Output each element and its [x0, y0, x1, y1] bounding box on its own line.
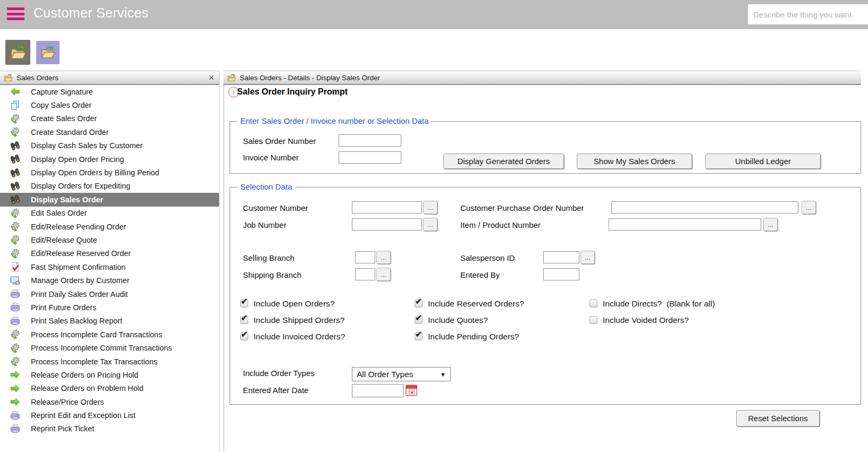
invoice-number-input[interactable]	[339, 151, 401, 164]
sidebar-item[interactable]: Copy Sales Order	[0, 98, 219, 112]
selling-branch-input[interactable]	[355, 251, 375, 263]
sidebar-item-label: Edit Sales Order	[31, 209, 87, 217]
customer-number-lookup-button[interactable]: ...	[423, 201, 437, 214]
printer-icon	[10, 423, 21, 434]
checkbox-column-2: Include Reserved Orders?Include Quotes?I…	[415, 299, 524, 348]
sidebar-item[interactable]: Fast Shipment Confirmation	[0, 260, 219, 274]
display-generated-orders-button[interactable]: Display Generated Orders	[443, 153, 564, 169]
salesperson-id-lookup-button[interactable]: ...	[580, 251, 595, 264]
sidebar-item[interactable]: Create Standard Order	[0, 125, 219, 139]
close-icon[interactable]: ×	[208, 73, 215, 82]
hamburger-menu-icon[interactable]	[7, 7, 24, 22]
job-number-lookup-button[interactable]: ...	[423, 218, 437, 231]
salesperson-id-input[interactable]	[543, 251, 579, 263]
top-app-bar: Customer Services	[0, 0, 868, 29]
selling-branch-lookup-button[interactable]: ...	[376, 251, 391, 264]
sidebar-item-label: Display Open Orders by Billing Period	[31, 168, 159, 177]
selection-data-legend: Selection Data	[238, 182, 295, 191]
checkbox[interactable]	[240, 332, 248, 340]
checkbox-label: Include Directs? (Blank for all)	[603, 299, 715, 309]
checkbox[interactable]	[240, 316, 248, 324]
sidebar-item[interactable]: Edit/Release Quote	[0, 233, 219, 246]
checkbox[interactable]	[589, 316, 597, 324]
sales-order-number-input[interactable]	[339, 134, 401, 147]
sidebar-item[interactable]: Reprint Pick Ticket	[0, 422, 219, 436]
reset-selections-button[interactable]: Reset Selections	[736, 410, 820, 427]
include-order-types-label: Include Order Types	[243, 369, 315, 378]
sidebar-item[interactable]: Display Cash Sales by Customer	[0, 139, 219, 152]
folder-icon	[4, 73, 13, 82]
checkbox-row: Include Open Orders?	[240, 299, 345, 309]
sidebar-item[interactable]: Edit Sales Order	[0, 207, 219, 220]
sidebar-item[interactable]: Release Orders on Problem Hold	[0, 382, 219, 395]
sidebar-item[interactable]: Display Open Orders by Billing Period	[0, 166, 219, 179]
entered-by-input[interactable]	[543, 268, 579, 280]
customer-po-number-lookup-button[interactable]: ...	[802, 201, 816, 214]
sidebar-item[interactable]: Release/Price Orders	[0, 395, 219, 408]
checkbox[interactable]	[415, 300, 423, 308]
checkbox-row: Include Voided Orders?	[589, 315, 715, 325]
printer-icon	[10, 288, 21, 300]
sidebar-item[interactable]: Process Incomplete Card Transactions	[0, 328, 219, 341]
sidebar-item[interactable]: Display Sales Order	[0, 193, 219, 206]
toolbar-folder-button-active[interactable]	[5, 40, 30, 65]
sidebar-item[interactable]: Print Daily Sales Order Audit	[0, 287, 219, 301]
customer-po-number-input[interactable]	[611, 201, 798, 214]
checkbox-label: Include Invoiced Orders?	[254, 332, 345, 342]
checkbox-row: Include Reserved Orders?	[415, 299, 524, 309]
shipping-branch-input[interactable]	[355, 268, 375, 280]
salesperson-id-label: Salesperson ID	[460, 253, 515, 262]
unbilled-ledger-button[interactable]: Unbilled Ledger	[705, 153, 821, 169]
checkbox[interactable]	[240, 300, 248, 308]
item-product-number-lookup-button[interactable]: ...	[763, 218, 778, 231]
checkbox[interactable]	[415, 332, 423, 340]
entered-after-date-label: Entered After Date	[243, 386, 308, 395]
global-search-input[interactable]	[748, 4, 868, 24]
sidebar-item[interactable]: Display Open Order Pricing	[0, 152, 219, 166]
app-title: Customer Services	[33, 5, 148, 21]
checkbox-label: Include Reserved Orders?	[428, 299, 524, 309]
sidebar-item[interactable]: Edit/Release Pending Order	[0, 220, 219, 233]
customer-number-label: Customer Number	[243, 203, 308, 212]
include-order-types-select[interactable]: All Order Types ▼	[352, 367, 451, 381]
sidebar-item-label: Create Sales Order	[31, 114, 97, 123]
checkbox-column-3: Include Directs? (Blank for all)Include …	[589, 299, 715, 331]
gear-icon	[10, 208, 21, 219]
checkbox[interactable]	[415, 316, 423, 324]
printer-icon	[10, 302, 21, 313]
sidebar-title: Sales Orders	[16, 74, 58, 82]
sidebar-item[interactable]: Release Orders on Pricing Hold	[0, 368, 219, 381]
shipping-branch-lookup-button[interactable]: ...	[376, 268, 391, 281]
sidebar-item[interactable]: Process Incomplete Commit Transactions	[0, 341, 219, 354]
sidebar-item[interactable]: Process Incomplete Tax Transactions	[0, 355, 219, 368]
arrow-right-icon	[10, 383, 21, 394]
checkbox-column-1: Include Open Orders?Include Shipped Orde…	[240, 299, 345, 348]
checkbox-row: Include Quotes?	[415, 315, 524, 325]
job-number-input[interactable]	[352, 218, 422, 231]
sidebar-item[interactable]: Display Orders for Expediting	[0, 180, 219, 193]
sidebar-item[interactable]: Print Future Orders	[0, 301, 219, 314]
toolbar-folder-button[interactable]	[36, 41, 60, 64]
chevron-down-icon: ▼	[440, 371, 446, 378]
sidebar-item[interactable]: Capture Signature	[0, 85, 219, 98]
customer-number-input[interactable]	[352, 201, 422, 214]
item-product-number-input[interactable]	[609, 218, 761, 231]
sidebar-item[interactable]: Edit/Release Reserved Order	[0, 247, 219, 260]
main-content: i Sales Order Inquiry Prompt Enter Sales…	[223, 85, 861, 452]
sidebar-item-label: Edit/Release Reserved Order	[31, 249, 131, 258]
arrow-right-icon	[10, 396, 21, 407]
open-windows-toolbar	[0, 29, 868, 71]
sidebar-item[interactable]: Manage Orders by Customer	[0, 274, 219, 287]
entered-after-date-input[interactable]	[352, 384, 403, 397]
checkbox[interactable]	[589, 300, 597, 308]
checkbox-label: Include Shipped Orders?	[254, 315, 344, 325]
show-my-sales-orders-button[interactable]: Show My Sales Orders	[577, 153, 692, 169]
monitor-gear-icon	[10, 275, 21, 286]
gear-icon	[10, 343, 21, 354]
sidebar-item[interactable]: Print Sales Backlog Report	[0, 314, 219, 328]
calendar-button[interactable]	[404, 383, 418, 397]
sidebar-item[interactable]: Create Sales Order	[0, 112, 219, 125]
sidebar-item[interactable]: Reprint Edit and Exception List	[0, 408, 219, 422]
sidebar-item-label: Copy Sales Order	[31, 101, 91, 109]
checkbox-label: Include Quotes?	[428, 315, 488, 325]
